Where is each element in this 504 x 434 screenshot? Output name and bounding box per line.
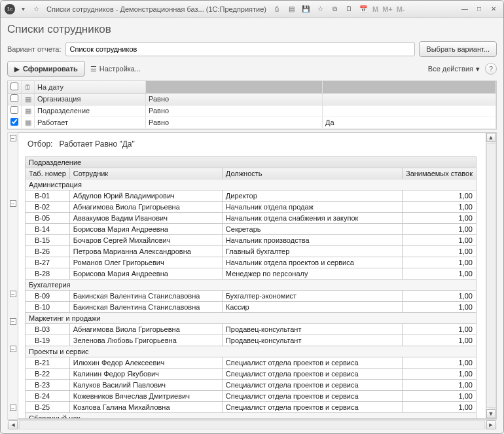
- filter-checkbox[interactable]: [10, 94, 18, 102]
- choose-variant-button[interactable]: Выбрать вариант...: [419, 41, 497, 57]
- minimize-button[interactable]: —: [459, 3, 471, 15]
- cell-tabno: В-03: [26, 323, 70, 335]
- cell-tabno: В-09: [26, 290, 70, 301]
- filter-value[interactable]: Да: [323, 117, 496, 128]
- m-minus-icon[interactable]: M: [372, 5, 378, 13]
- filter-field[interactable]: Подразделение: [35, 105, 146, 117]
- star-icon[interactable]: ☆: [31, 4, 41, 14]
- m-minus2-icon[interactable]: M-: [397, 5, 405, 13]
- vertical-scrollbar[interactable]: ▲ ▼: [486, 133, 496, 419]
- filter-checkbox[interactable]: [10, 118, 18, 126]
- scroll-up-icon[interactable]: ▲: [486, 133, 495, 142]
- cell-employee: Абдулов Юрий Владимирович: [69, 190, 222, 201]
- filter-header-val: [323, 81, 496, 93]
- cell-position: Специалист отдела проектов и сервиса: [222, 390, 402, 401]
- table-row[interactable]: В-14Борисова Мария АндреевнаСекретарь1,0…: [26, 223, 477, 234]
- section-name: Маркетинг и продажи: [26, 312, 477, 323]
- table-row[interactable]: В-05Аввакумов Вадим ИвановичНачальник от…: [26, 212, 477, 223]
- scroll-left-icon[interactable]: ◄: [9, 420, 18, 429]
- filter-condition[interactable]: Равно: [146, 117, 323, 128]
- table-row[interactable]: В-26Петрова Марианна АлександровнаГлавны…: [26, 245, 477, 257]
- cell-position: Продавец-консультант: [222, 335, 402, 346]
- cell-tabno: В-28: [26, 268, 70, 279]
- filter-grid: 🗓 На дату ▦ОрганизацияРавно▦Подразделени…: [7, 81, 497, 130]
- help-button[interactable]: ?: [485, 63, 497, 75]
- section-row[interactable]: Сборочный цех: [26, 412, 477, 419]
- table-row[interactable]: В-22Калинин Федор ЯкубовичСпециалист отд…: [26, 368, 477, 379]
- filter-header-checkbox[interactable]: [10, 82, 18, 90]
- cell-rate: 1,00: [402, 390, 476, 401]
- cell-employee: Кожевников Вячеслав Дмитриевич: [69, 390, 222, 401]
- dropdown-icon[interactable]: ▾: [18, 4, 28, 14]
- filter-checkbox[interactable]: [10, 106, 18, 114]
- scroll-down-icon[interactable]: ▼: [486, 409, 495, 418]
- table-row[interactable]: В-27Романов Олег ГригорьевичНачальник от…: [26, 257, 477, 268]
- cell-rate: 1,00: [402, 212, 476, 223]
- cell-tabno: В-26: [26, 245, 70, 257]
- cell-employee: Илюхин Федор Алексеевич: [69, 357, 222, 368]
- cell-employee: Романов Олег Григорьевич: [69, 257, 222, 268]
- collapse-icon[interactable]: −: [10, 405, 16, 411]
- calculator-icon[interactable]: 🗒: [344, 4, 354, 14]
- table-row[interactable]: В-02Абнагимова Виола ГригорьевнаНачальни…: [26, 201, 477, 212]
- run-button[interactable]: ▶Сформировать: [7, 61, 85, 77]
- outline-gutter[interactable]: − − − − − −: [7, 132, 18, 420]
- section-row[interactable]: Проекты и сервис: [26, 346, 477, 357]
- m-plus-icon[interactable]: M+: [382, 5, 393, 13]
- cell-position: Продавец-консультант: [222, 323, 402, 335]
- horizontal-scrollbar[interactable]: ◄ ►: [7, 419, 497, 429]
- filter-field[interactable]: Работает: [35, 117, 146, 128]
- save-icon[interactable]: 💾: [300, 4, 311, 14]
- cell-tabno: В-19: [26, 335, 70, 346]
- cell-tabno: В-05: [26, 212, 70, 223]
- settings-button[interactable]: ☰Настройка...: [90, 65, 141, 73]
- filter-field[interactable]: Организация: [35, 93, 146, 105]
- calendar-icon[interactable]: 📅: [358, 4, 369, 14]
- table-row[interactable]: В-24Кожевников Вячеслав ДмитриевичСпециа…: [26, 390, 477, 401]
- table-row[interactable]: В-10Бакинская Валентина СтаниславовнаКас…: [26, 301, 477, 312]
- section-name: Бухгалтерия: [26, 279, 477, 290]
- table-row[interactable]: В-09Бакинская Валентина СтаниславовнаБух…: [26, 290, 477, 301]
- variant-input[interactable]: [65, 42, 416, 56]
- cell-tabno: В-24: [26, 390, 70, 401]
- report-filter-summary: Отбор: Работает Равно "Да": [27, 139, 494, 149]
- cell-employee: Калуков Василий Павлович: [69, 379, 222, 390]
- collapse-icon[interactable]: −: [10, 200, 16, 207]
- table-row[interactable]: В-28Борисова Мария АндреевнаМенеджер по …: [26, 268, 477, 279]
- cell-rate: 1,00: [402, 301, 476, 312]
- section-name: Проекты и сервис: [26, 346, 477, 357]
- table-row[interactable]: В-25Козлова Галина МихайловнаСпециалист …: [26, 401, 477, 412]
- table-row[interactable]: В-23Калуков Василий ПавловичСпециалист о…: [26, 379, 477, 390]
- section-row[interactable]: Администрация: [26, 179, 477, 190]
- filter-condition[interactable]: Равно: [146, 93, 323, 105]
- collapse-icon[interactable]: −: [10, 318, 16, 325]
- table-row[interactable]: В-19Зеленова Любовь ГригорьевнаПродавец-…: [26, 335, 477, 346]
- cell-rate: 1,00: [402, 190, 476, 201]
- report-viewport[interactable]: Отбор: Работает Равно "Да" Подразделение…: [18, 132, 497, 420]
- filter-value[interactable]: [323, 105, 496, 117]
- section-row[interactable]: Бухгалтерия: [26, 279, 477, 290]
- section-row[interactable]: Маркетинг и продажи: [26, 312, 477, 323]
- collapse-icon[interactable]: −: [10, 346, 16, 352]
- filter-header-row: 🗓 На дату: [8, 81, 496, 93]
- table-row[interactable]: В-21Илюхин Федор АлексеевичСпециалист от…: [26, 357, 477, 368]
- preview-icon[interactable]: ▤: [286, 4, 297, 14]
- collapse-icon[interactable]: −: [10, 291, 16, 297]
- filter-value[interactable]: [323, 93, 496, 105]
- table-row[interactable]: В-03Абнагимова Виола ГригорьевнаПродавец…: [26, 323, 477, 335]
- print-icon[interactable]: ⎙: [272, 4, 282, 14]
- history-icon[interactable]: ⧉: [329, 4, 340, 14]
- filter-condition[interactable]: Равно: [146, 105, 323, 117]
- cell-tabno: В-10: [26, 301, 70, 312]
- table-row[interactable]: В-01Абдулов Юрий ВладимировичДиректор1,0…: [26, 190, 477, 201]
- scroll-right-icon[interactable]: ►: [486, 420, 495, 429]
- cell-position: Начальник отдела продаж: [222, 201, 402, 212]
- all-actions-button[interactable]: Все действия ▾: [428, 65, 480, 73]
- cell-position: Секретарь: [222, 223, 402, 234]
- table-row[interactable]: В-15Бочаров Сергей МихайловичНачальник п…: [26, 234, 477, 245]
- maximize-button[interactable]: □: [473, 3, 485, 15]
- favorite-icon[interactable]: ☆: [315, 4, 325, 14]
- collapse-icon[interactable]: −: [10, 135, 16, 141]
- toolbar: ▶Сформировать ☰Настройка... Все действия…: [7, 61, 497, 77]
- close-button[interactable]: ✕: [488, 3, 499, 15]
